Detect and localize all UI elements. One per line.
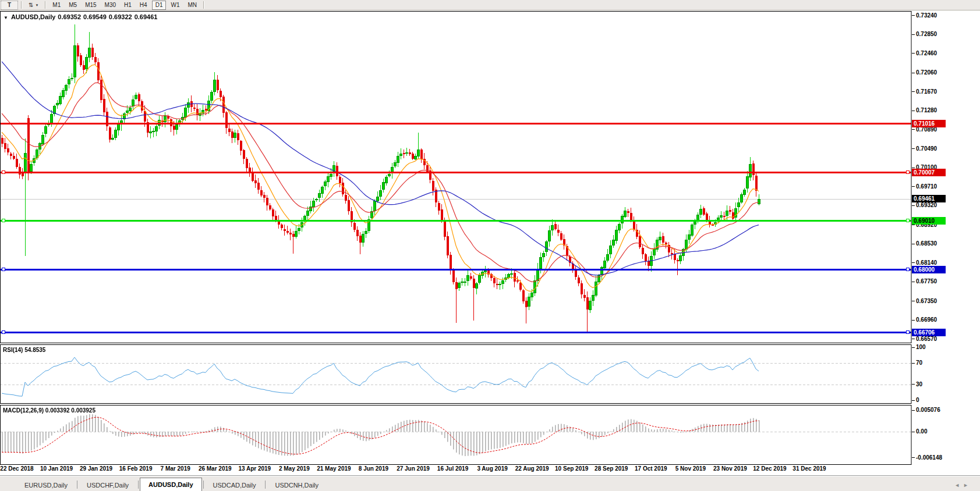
date-axis-label: 16 Feb 2019 [119, 465, 153, 472]
price-tick-label-tick [912, 53, 915, 54]
close-value: 0.69461 [135, 13, 158, 20]
date-axis-label: 29 Jan 2019 [80, 465, 112, 472]
price-tick-label-tick [912, 91, 915, 92]
symbol-tab-eurusd[interactable]: EURUSD,Daily [16, 480, 76, 491]
timeframe-button-m15[interactable]: M15 [82, 1, 100, 10]
tab-separator [138, 481, 139, 489]
tab-separator [265, 481, 266, 489]
high-value: 0.69549 [83, 13, 107, 20]
price-tick-label-tick [912, 111, 915, 111]
price-tick-label-tick [912, 34, 915, 35]
price-tick-label: 0.71670 [916, 88, 937, 95]
price-tick-label: 0.68530 [916, 240, 937, 247]
date-axis-label: 13 Apr 2019 [238, 465, 271, 472]
tab-scroll-right-icon[interactable]: ► [963, 482, 972, 488]
collapse-caret-icon[interactable]: ▼ [3, 15, 8, 20]
double-arrow-icon: ⇅ [29, 1, 33, 9]
current-price-chip: 0.69461 [912, 195, 946, 202]
timeframe-button-m1[interactable]: M1 [49, 1, 64, 10]
price-tick-label: 0.69710 [916, 183, 937, 190]
rsi-scale-label-tick [912, 384, 915, 385]
low-value: 0.69322 [109, 13, 132, 20]
macd-scale-label-tick [912, 432, 915, 432]
date-axis-label: 26 Mar 2019 [199, 465, 232, 472]
tab-separator [77, 481, 77, 489]
price-tick-label: 0.72850 [916, 31, 937, 38]
date-axis-label: 23 Nov 2019 [713, 465, 747, 472]
macd-indicator-label: MACD(12,26,9) 0.003392 0.003925 [3, 407, 95, 414]
macd-scale-label-tick [912, 410, 915, 411]
date-axis-label: 21 May 2019 [317, 465, 351, 472]
rsi-indicator-canvas[interactable] [0, 344, 912, 404]
timeframe-button-m30[interactable]: M30 [101, 1, 119, 10]
price-tick-label: 0.66960 [916, 316, 937, 323]
timeframe-button-m5[interactable]: M5 [65, 1, 80, 10]
rsi-scale-label-tick [912, 363, 915, 364]
tab-separator [203, 481, 204, 489]
rsi-scale-label-tick [912, 400, 915, 401]
rsi-scale-label: 70 [916, 360, 922, 367]
price-tick-label: 0.67750 [916, 278, 937, 285]
date-axis-label: 5 Nov 2019 [675, 465, 706, 472]
symbol-tab-usdchf[interactable]: USDCHF,Daily [79, 480, 137, 491]
arrange-arrows-icon[interactable]: ⇅ ▼ [25, 1, 42, 10]
macd-indicator-canvas[interactable] [0, 405, 912, 465]
hline-price-chip: 0.71016 [912, 120, 946, 127]
price-tick-label-tick [912, 15, 915, 16]
date-axis-label: 22 Dec 2018 [0, 465, 33, 472]
symbol-tab-usdcad[interactable]: USDCAD,Daily [205, 480, 264, 491]
symbol-tab-usdcnh[interactable]: USDCNH,Daily [267, 480, 327, 491]
toolbar-separator [203, 1, 204, 9]
price-tick-label: 0.67350 [916, 298, 937, 305]
hline-price-chip: 0.70007 [912, 169, 946, 176]
price-tick-label-tick [912, 339, 915, 339]
price-tick-label-tick [912, 225, 915, 225]
toolbar-separator [45, 1, 46, 9]
price-tick-label-tick [912, 282, 915, 282]
toolbar-separator [21, 1, 22, 9]
macd-scale-label: -0.006148 [916, 454, 942, 461]
timeframe-button-d1[interactable]: D1 [152, 1, 167, 10]
hline-price-chip: 0.69010 [912, 217, 946, 225]
timeframe-button-h1[interactable]: H1 [121, 1, 135, 10]
date-axis-label: 7 Mar 2019 [161, 465, 190, 472]
price-tick-label-tick [912, 244, 915, 244]
symbol-tab-audusd[interactable]: AUDUSD,Daily [140, 478, 201, 491]
date-axis-label: 28 Sep 2019 [595, 465, 628, 472]
tab-scroll-left-icon[interactable]: ◄ [954, 482, 963, 488]
macd-scale-label-tick [912, 457, 915, 458]
date-axis-label: 17 Oct 2019 [635, 465, 667, 472]
price-tick-label: 0.71280 [916, 107, 937, 114]
price-tick-label-tick [912, 73, 915, 73]
date-axis-label: 12 Dec 2019 [753, 465, 786, 472]
date-axis-label: 22 Aug 2019 [515, 465, 549, 472]
price-tick-label: 0.72060 [916, 69, 937, 76]
price-tick-label-tick [912, 320, 915, 321]
price-tick-label: 0.69320 [916, 202, 937, 209]
price-chart-canvas[interactable] [0, 11, 912, 343]
date-axis-label: 16 Jul 2019 [437, 465, 468, 472]
price-tick-label: 0.72460 [916, 50, 937, 57]
chart-title: ▼AUDUSD,Daily0.693520.695490.693220.6946… [3, 13, 160, 20]
timeframe-button-w1[interactable]: W1 [167, 1, 183, 10]
price-tick-label: 0.66570 [916, 336, 937, 343]
price-tick-label-tick [912, 301, 915, 301]
date-axis-label: 2 May 2019 [279, 465, 310, 472]
timeframe-button-h4[interactable]: H4 [136, 1, 151, 10]
price-tick-label: 0.73240 [916, 12, 937, 19]
macd-scale-label: 0.00 [916, 428, 927, 435]
timeframe-button-group: M1M5M15M30H1H4D1W1MN [48, 1, 201, 10]
timeframe-button-mn[interactable]: MN [184, 1, 200, 10]
tab-scroll-arrows: ◄► [954, 482, 972, 488]
rsi-scale-label: 30 [916, 381, 922, 388]
rsi-scale-label-tick [912, 347, 915, 348]
symbol-period-label: AUDUSD,Daily [11, 13, 55, 20]
text-tool-icon[interactable]: T [1, 1, 18, 10]
symbol-tab-bar: EURUSD,DailyUSDCHF,DailyAUDUSD,DailyUSDC… [0, 476, 980, 491]
price-tick-label-tick [912, 205, 915, 206]
date-axis-label: 10 Jan 2019 [40, 465, 73, 472]
price-tick-label-tick [912, 186, 915, 187]
date-axis-label: 31 Dec 2019 [793, 465, 826, 472]
open-value: 0.69352 [58, 13, 81, 20]
hline-price-chip: 0.68000 [912, 266, 946, 273]
